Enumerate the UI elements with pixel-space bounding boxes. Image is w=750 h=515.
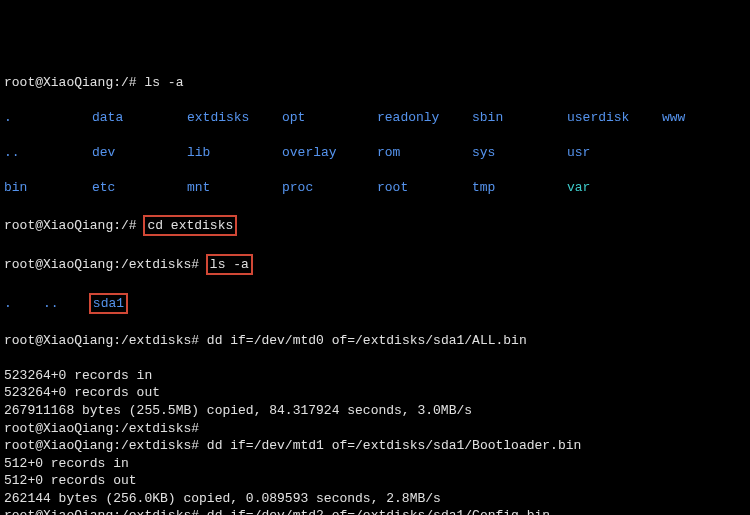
dir-entry: sys xyxy=(472,144,567,162)
highlight-box: cd extdisks xyxy=(143,215,237,237)
dir-entry: .. xyxy=(4,144,92,162)
dir-entry: dev xyxy=(92,144,187,162)
shell-prompt: root@XiaoQiang:/# xyxy=(4,218,144,233)
records-out: 512+0 records out xyxy=(4,472,746,490)
shell-prompt: root@XiaoQiang:/extdisks# xyxy=(4,508,207,515)
command-text: ls -a xyxy=(144,75,183,90)
dir-entry: opt xyxy=(282,109,377,127)
dir-entry: mnt xyxy=(187,179,282,197)
line-cd: root@XiaoQiang:/# cd extdisks xyxy=(4,215,746,237)
dir-entry: rom xyxy=(377,144,472,162)
shell-prompt: root@XiaoQiang:/# xyxy=(4,75,144,90)
dir-entry: data xyxy=(92,109,187,127)
dir-entry: root xyxy=(377,179,472,197)
records-out: 523264+0 records out xyxy=(4,384,746,402)
dir-entry: www xyxy=(662,109,750,127)
records-in: 523264+0 records in xyxy=(4,367,746,385)
shell-prompt: root@XiaoQiang:/extdisks# xyxy=(4,333,207,348)
shell-prompt: root@XiaoQiang:/extdisks# xyxy=(4,438,207,453)
ls-ext-row: . .. sda1 xyxy=(4,293,746,315)
dir-entry: proc xyxy=(282,179,377,197)
dir-entry: userdisk xyxy=(567,109,662,127)
dd-command-line: root@XiaoQiang:/extdisks# dd if=/dev/mtd… xyxy=(4,507,746,515)
ls-row-3: binetcmntprocroottmpvar xyxy=(4,179,746,197)
ls-row-2: ..devliboverlayromsysusr xyxy=(4,144,746,162)
dir-entry: sda1 xyxy=(93,296,124,311)
dir-entry: sbin xyxy=(472,109,567,127)
dir-entry: lib xyxy=(187,144,282,162)
line-ls-root: root@XiaoQiang:/# ls -a xyxy=(4,74,746,92)
line-ls-ext: root@XiaoQiang:/extdisks# ls -a xyxy=(4,254,746,276)
dir-entry: extdisks xyxy=(187,109,282,127)
command-text: ls -a xyxy=(210,257,249,272)
command-text: dd if=/dev/mtd0 of=/extdisks/sda1/ALL.bi… xyxy=(207,333,527,348)
command-text: dd if=/dev/mtd2 of=/extdisks/sda1/Config… xyxy=(207,508,550,515)
dir-entry: .. xyxy=(43,296,59,311)
bytes-line: 267911168 bytes (255.5MB) copied, 84.317… xyxy=(4,402,746,420)
ls-row-1: .dataextdisksoptreadonlysbinuserdiskwww xyxy=(4,109,746,127)
dir-entry: . xyxy=(4,109,92,127)
dd-command-line: root@XiaoQiang:/extdisks# dd if=/dev/mtd… xyxy=(4,437,746,455)
dir-entry: etc xyxy=(92,179,187,197)
bytes-line: 262144 bytes (256.0KB) copied, 0.089593 … xyxy=(4,490,746,508)
command-text: cd extdisks xyxy=(147,218,233,233)
records-in: 512+0 records in xyxy=(4,455,746,473)
dir-entry: bin xyxy=(4,179,92,197)
shell-prompt: root@XiaoQiang:/extdisks# xyxy=(4,257,207,272)
dir-entry: readonly xyxy=(377,109,472,127)
empty-prompt-line: root@XiaoQiang:/extdisks# xyxy=(4,420,746,438)
dir-entry: var xyxy=(567,179,662,197)
highlight-box: ls -a xyxy=(206,254,253,276)
dir-entry: . xyxy=(4,296,12,311)
dir-entry: overlay xyxy=(282,144,377,162)
blank-line xyxy=(4,349,746,367)
dir-entry: usr xyxy=(567,144,662,162)
command-text: dd if=/dev/mtd1 of=/extdisks/sda1/Bootlo… xyxy=(207,438,581,453)
highlight-box: sda1 xyxy=(89,293,128,315)
dd-command-line: root@XiaoQiang:/extdisks# dd if=/dev/mtd… xyxy=(4,332,746,350)
dir-entry: tmp xyxy=(472,179,567,197)
